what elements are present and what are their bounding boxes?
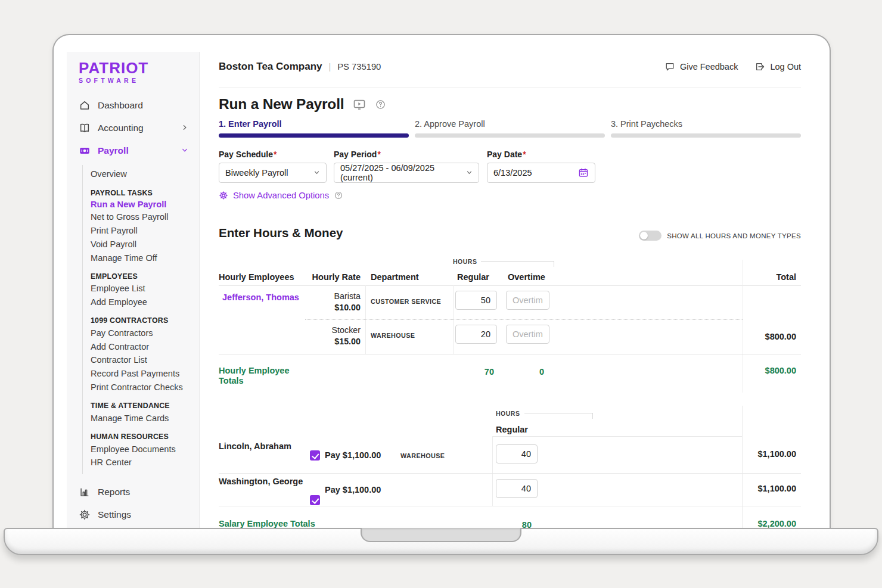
- hourly-totals-label: Hourly Employee Totals: [219, 366, 308, 386]
- submenu-item-contractor-list[interactable]: Contractor List: [91, 353, 191, 367]
- sidebar-item-dashboard[interactable]: Dashboard: [79, 99, 191, 111]
- pay-schedule-label: Pay Schedule*: [219, 150, 277, 159]
- pay-amount-text: Pay $1,100.00: [325, 450, 381, 460]
- overtime-hours-input[interactable]: [506, 325, 549, 344]
- submenu-item-manage-time-off[interactable]: Manage Time Off: [91, 251, 191, 265]
- submenu-item-add-contractor[interactable]: Add Contractor: [91, 340, 191, 353]
- employee-name-washington: Washington, George: [219, 477, 303, 486]
- overtime-hours-input[interactable]: [506, 291, 549, 310]
- required-marker: *: [274, 150, 277, 159]
- page-background: PATRIOT SOFTWARE Dashboard Accounting Pa…: [0, 0, 882, 588]
- submenu-item-net-to-gross[interactable]: Net to Gross Payroll: [91, 210, 191, 224]
- give-feedback-label: Give Feedback: [680, 62, 738, 71]
- step-print-paychecks: 3. Print Paychecks: [611, 119, 801, 138]
- job-rate: $15.00: [283, 337, 361, 346]
- column-header-regular: Regular: [496, 425, 528, 434]
- submenu-item-add-employee[interactable]: Add Employee: [91, 295, 191, 309]
- main-content: Boston Tea Company | PS 735190 Give Feed…: [200, 52, 819, 528]
- step-label: 2. Approve Payroll: [415, 119, 605, 129]
- regular-hours-input[interactable]: [496, 479, 538, 498]
- sidebar-item-label: Reports: [98, 487, 130, 497]
- company-name: Boston Tea Company: [219, 61, 322, 73]
- give-feedback-button[interactable]: Give Feedback: [664, 61, 738, 72]
- salary-totals-regular: 80: [476, 520, 532, 528]
- column-header-overtime: Overtime: [508, 272, 545, 282]
- advanced-options-row: Show Advanced Options: [219, 191, 343, 200]
- regular-hours-input[interactable]: [455, 291, 497, 310]
- logo-wordmark: PATRIOT: [79, 60, 191, 76]
- pay-checkbox[interactable]: [310, 450, 320, 461]
- chevron-down-icon: [181, 145, 188, 156]
- patriot-logo[interactable]: PATRIOT SOFTWARE: [79, 60, 191, 84]
- laptop-trackpad-notch: [361, 528, 521, 542]
- step-progress-bar: [611, 133, 801, 138]
- pay-period-label: Pay Period*: [334, 150, 381, 159]
- pay-date-label: Pay Date*: [487, 150, 526, 159]
- chevron-down-icon: [313, 168, 320, 178]
- home-icon: [79, 99, 91, 111]
- page-title: Run a New Payroll: [219, 96, 344, 113]
- salary-totals-label: Salary Employee Totals: [219, 519, 350, 528]
- sidebar-item-label: Payroll: [98, 145, 129, 156]
- submenu-item-record-past-payments[interactable]: Record Past Payments: [91, 367, 191, 381]
- pay-schedule-value: Biweekly Payroll: [225, 168, 288, 178]
- column-header-department: Department: [371, 272, 419, 282]
- column-header-total: Total: [712, 272, 796, 282]
- title-row: Run a New Payroll: [219, 96, 386, 113]
- submenu-heading-employees: EMPLOYEES: [91, 272, 191, 281]
- pay-period-select[interactable]: 05/27/2025 - 06/09/2025 (current): [334, 163, 479, 183]
- submenu-item-void-payroll[interactable]: Void Payroll: [91, 237, 191, 251]
- step-progress-bar: [219, 133, 409, 138]
- gear-icon: [79, 509, 91, 521]
- book-icon: [79, 122, 91, 134]
- video-tutorial-icon[interactable]: [353, 98, 366, 111]
- sidebar-item-reports[interactable]: Reports: [79, 486, 191, 498]
- log-out-button[interactable]: Log Out: [754, 61, 801, 72]
- help-circle-icon[interactable]: [375, 99, 386, 110]
- submenu-item-print-payroll[interactable]: Print Payroll: [91, 224, 191, 238]
- step-progress-bar: [415, 133, 605, 138]
- submenu-item-employee-documents[interactable]: Employee Documents: [91, 442, 191, 456]
- regular-hours-input[interactable]: [455, 325, 497, 344]
- gear-icon: [219, 191, 228, 200]
- pay-date-field[interactable]: 6/13/2025: [487, 163, 595, 183]
- job-rate: $10.00: [283, 303, 361, 312]
- app-window: PATRIOT SOFTWARE Dashboard Accounting Pa…: [67, 52, 819, 528]
- regular-hours-input[interactable]: [496, 444, 538, 463]
- job-title: Stocker: [283, 325, 361, 335]
- speech-bubble-icon: [664, 61, 675, 72]
- required-marker: *: [523, 150, 526, 159]
- pay-checkbox[interactable]: [310, 495, 320, 505]
- employee-name-lincoln: Lincoln, Abraham: [219, 441, 291, 451]
- employee-total: $800.00: [712, 332, 796, 341]
- chevron-right-icon: [181, 123, 188, 133]
- top-bar: Boston Tea Company | PS 735190 Give Feed…: [219, 58, 801, 75]
- step-enter-payroll: 1. Enter Payroll: [219, 119, 409, 138]
- column-divider: [742, 406, 743, 528]
- submenu-item-hr-center[interactable]: HR Center: [91, 456, 191, 469]
- help-circle-icon[interactable]: [334, 191, 343, 200]
- logo-subtitle: SOFTWARE: [79, 77, 191, 84]
- submenu-item-print-contractor-checks[interactable]: Print Contractor Checks: [91, 381, 191, 394]
- hourly-totals-overtime: 0: [498, 367, 544, 377]
- calendar-icon[interactable]: [578, 167, 589, 178]
- submenu-item-manage-time-cards[interactable]: Manage Time Cards: [91, 411, 191, 425]
- payroll-submenu: Overview PAYROLL TASKS Run a New Payroll…: [82, 165, 191, 474]
- sidebar-item-payroll[interactable]: Payroll: [79, 145, 191, 157]
- submenu-item-employee-list[interactable]: Employee List: [91, 282, 191, 295]
- pay-schedule-select[interactable]: Biweekly Payroll: [219, 163, 327, 183]
- job-title: Barista: [283, 291, 361, 301]
- company-group: Boston Tea Company | PS 735190: [219, 61, 381, 73]
- sidebar-item-accounting[interactable]: Accounting: [79, 122, 191, 134]
- submenu-item-pay-contractors[interactable]: Pay Contractors: [91, 326, 191, 340]
- submenu-item-run-a-new-payroll[interactable]: Run a New Payroll: [91, 198, 191, 210]
- submenu-item-overview[interactable]: Overview: [91, 167, 191, 181]
- required-marker: *: [377, 150, 380, 159]
- laptop-base: [4, 528, 878, 555]
- hours-group-label: HOURS: [496, 410, 520, 417]
- show-advanced-options-link[interactable]: Show Advanced Options: [233, 191, 329, 200]
- job-department: WAREHOUSE: [371, 332, 415, 339]
- show-all-hours-toggle[interactable]: [639, 231, 662, 241]
- sidebar-item-settings[interactable]: Settings: [79, 509, 191, 521]
- row-divider-dotted: [305, 319, 743, 320]
